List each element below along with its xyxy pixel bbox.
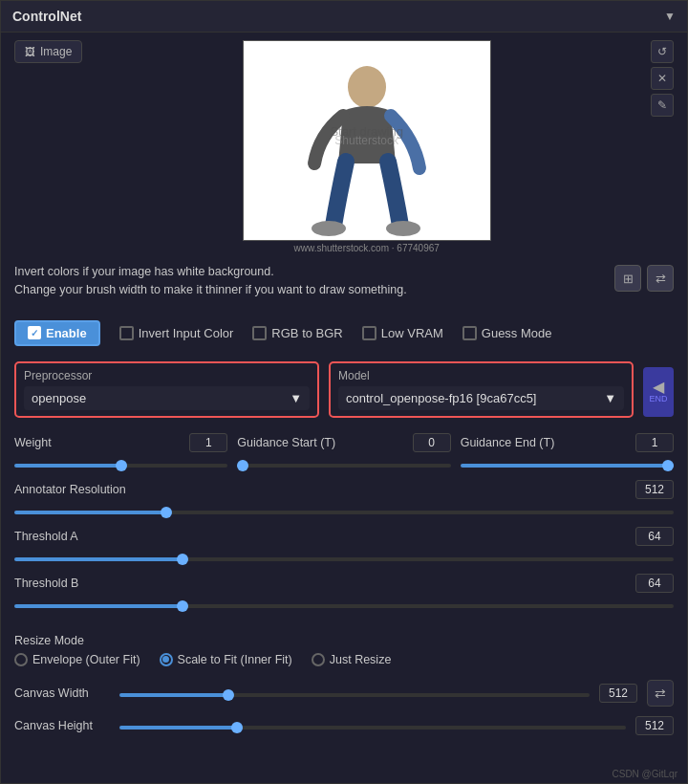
canvas-width-value[interactable]: 512 [599,684,637,703]
canvas-height-row: Canvas Height 512 [14,716,674,735]
threshold-a-group: Threshold A 64 [14,527,674,564]
resize-scale-label: Scale to Fit (Inner Fit) [178,653,292,666]
model-value: control_openpose-fp16 [9ca67cc5] [346,391,536,405]
image-section: 🖼 Image [1,33,687,257]
canvas-width-slider[interactable] [119,693,590,697]
weight-slider[interactable] [14,464,227,468]
low-vram-label: Low VRAM [381,326,443,340]
person-illustration [281,49,453,240]
svg-point-0 [348,66,386,108]
annotator-resolution-group: Annotator Resolution 512 [14,480,674,517]
notice-icon-btn-1[interactable]: ⊞ [614,265,641,292]
resize-mode-section: Resize Mode Envelope (Outer Fit) Scale t… [1,628,687,674]
annotator-resolution-slider[interactable] [14,511,674,514]
notice-text: Invert colors if your image has white ba… [14,263,407,299]
image-caption: www.shutterstock.com · 67740967 [243,243,491,253]
preprocessor-arrow: ▼ [290,391,302,405]
low-vram-checkbox-box [362,326,376,340]
image-controls: ↺ ✕ ✎ [651,40,674,117]
canvas-width-label: Canvas Width [14,686,110,700]
preprocessor-value: openpose [32,391,86,405]
checkboxes-row: Enable Invert Input Color RGB to BGR Low… [1,313,687,354]
threshold-b-label: Threshold B [14,577,78,590]
canvas-height-label: Canvas Height [14,719,110,732]
footer-text: CSDN @GitLqr [613,769,678,779]
guidance-start-slider[interactable] [237,464,450,468]
threshold-a-value[interactable]: 64 [635,527,674,546]
image-tab[interactable]: 🖼 Image [14,40,82,63]
image-preview[interactable]: Shutterstock Start drawing [243,40,491,241]
canvas-section: Canvas Width 512 ⇄ Canvas Height 512 [1,674,687,751]
triple-sliders: Weight 1 Guidance Start (T) 0 Guidance E… [14,433,674,470]
panel-collapse-icon[interactable]: ▼ [664,10,676,23]
resize-just-radio [312,653,325,666]
resize-just-label: Just Resize [330,653,392,666]
annotator-res-value[interactable]: 512 [635,480,674,499]
transfer-button[interactable]: ◀ END [643,367,674,417]
rgb-checkbox-box [252,326,267,340]
enable-checkmark [28,326,41,339]
weight-value[interactable]: 1 [189,433,227,452]
rgb-bgr-checkbox[interactable]: RGB to BGR [252,326,342,340]
invert-checkbox-box [119,326,134,340]
preprocessor-group: Preprocessor openpose ▼ [14,361,319,418]
resize-mode-label: Resize Mode [14,634,674,647]
resize-scale-radio [160,653,173,666]
sync-button[interactable]: ⇄ [647,680,674,707]
canvas-height-slider[interactable] [119,726,626,730]
weight-slider-group: Weight 1 [14,433,227,470]
canvas-height-slider-wrap [119,718,626,732]
annotator-res-label: Annotator Resolution [14,483,126,496]
controlnet-panel: ControlNet ▼ 🖼 Image [0,0,688,784]
notice-section: Invert colors if your image has white ba… [1,257,687,313]
canvas-width-row: Canvas Width 512 ⇄ [14,680,674,707]
notice-icon-btn-2[interactable]: ⇄ [647,265,674,292]
threshold-b-slider[interactable] [14,604,674,608]
threshold-b-value[interactable]: 64 [635,574,674,593]
canvas-width-slider-wrap [119,686,590,700]
panel-header: ControlNet ▼ [1,1,687,33]
threshold-b-group: Threshold B 64 [14,574,674,611]
resize-just-option[interactable]: Just Resize [312,653,392,666]
resize-scale-option[interactable]: Scale to Fit (Inner Fit) [160,653,292,666]
enable-label: Enable [46,326,87,340]
svg-point-2 [386,221,420,236]
threshold-a-slider[interactable] [14,557,674,561]
weight-label: Weight [14,436,52,449]
invert-input-color-checkbox[interactable]: Invert Input Color [119,326,234,340]
guidance-start-label: Guidance Start (T) [237,436,335,449]
threshold-a-label: Threshold A [14,530,78,543]
image-tab-label: Image [40,45,72,58]
guidance-start-slider-group: Guidance Start (T) 0 [237,433,450,470]
guidance-end-slider[interactable] [461,464,674,468]
guidance-end-value[interactable]: 1 [635,433,674,452]
start-drawing-text: Start drawing [330,123,403,138]
guidance-end-slider-group: Guidance End (T) 1 [461,433,674,470]
triple-sliders-section: Weight 1 Guidance Start (T) 0 Guidance E… [1,425,687,628]
model-label: Model [338,369,624,382]
rgb-label: RGB to BGR [271,326,342,340]
canvas-height-value[interactable]: 512 [635,716,674,735]
edit-button[interactable]: ✎ [651,94,674,117]
close-button[interactable]: ✕ [651,67,674,90]
guess-mode-checkbox-box [462,326,477,340]
resize-envelope-radio [14,653,28,666]
preprocessor-select[interactable]: openpose ▼ [24,386,310,410]
model-select[interactable]: control_openpose-fp16 [9ca67cc5] ▼ [338,386,624,410]
low-vram-checkbox[interactable]: Low VRAM [362,326,443,340]
svg-point-1 [312,221,346,236]
guidance-end-label: Guidance End (T) [461,436,555,449]
model-arrow: ▼ [604,391,616,405]
refresh-button[interactable]: ↺ [651,40,674,63]
guess-mode-label: Guess Mode [482,326,552,340]
resize-mode-radio-group: Envelope (Outer Fit) Scale to Fit (Inner… [14,653,674,666]
resize-envelope-label: Envelope (Outer Fit) [32,653,140,666]
panel-title: ControlNet [12,9,81,24]
preprocessor-label: Preprocessor [24,369,310,382]
resize-envelope-option[interactable]: Envelope (Outer Fit) [14,653,140,666]
guidance-start-value[interactable]: 0 [413,433,451,452]
image-tab-icon: 🖼 [25,46,35,57]
enable-button[interactable]: Enable [14,320,100,346]
guess-mode-checkbox[interactable]: Guess Mode [462,326,552,340]
model-group: Model control_openpose-fp16 [9ca67cc5] ▼ [329,361,634,418]
